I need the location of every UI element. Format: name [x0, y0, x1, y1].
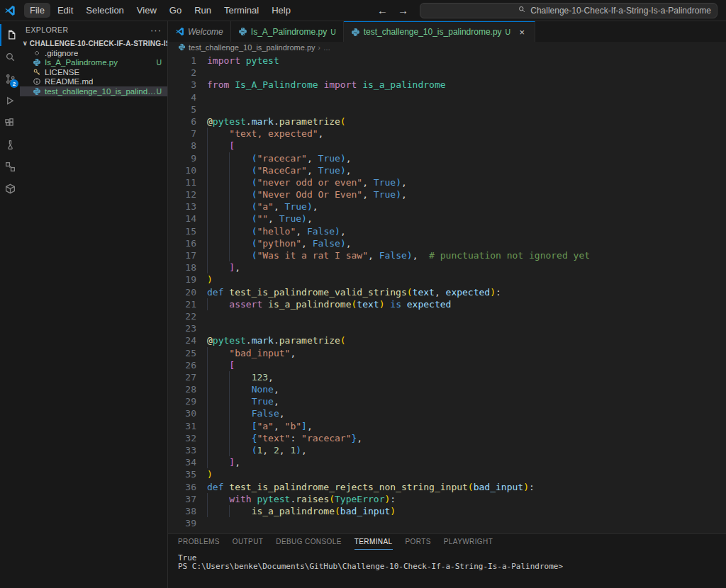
code-line-23[interactable]: 23 — [168, 322, 726, 334]
panel-tab-bar: PROBLEMSOUTPUTDEBUG CONSOLETERMINALPORTS… — [168, 534, 726, 550]
file-list: .gitignoreIs_A_Palindrome.pyULICENSEREAD… — [20, 48, 167, 96]
activitybar-explorer[interactable] — [0, 24, 20, 46]
activitybar-extensions[interactable] — [0, 112, 20, 134]
file-item-test_challenge_10_is_palindrome.py[interactable]: test_challenge_10_is_palindrome.pyU — [20, 86, 167, 96]
code-text: ("hello", False), — [196, 225, 346, 237]
code-line-38[interactable]: 38 is_a_palindrome(bad_input) — [168, 505, 726, 517]
code-line-30[interactable]: 30 False, — [168, 407, 726, 419]
activitybar-testing[interactable] — [0, 134, 20, 156]
activitybar-source-control[interactable]: 2 — [0, 68, 20, 90]
activitybar-run-debug[interactable] — [0, 90, 20, 112]
code-line-11[interactable]: 11 ("never odd or even", True), — [168, 176, 726, 188]
menu-view[interactable]: View — [131, 3, 162, 18]
explorer-title: EXPLORER — [26, 26, 68, 34]
panel-tab-ports[interactable]: PORTS — [406, 534, 431, 550]
menu-selection[interactable]: Selection — [80, 3, 129, 18]
tab-test-challenge-10-is-palindrome-py[interactable]: test_challenge_10_is_palindrome.pyU× — [344, 21, 535, 42]
code-line-25[interactable]: 25 "bad_input", — [168, 347, 726, 359]
code-line-14[interactable]: 14 ("", True), — [168, 213, 726, 225]
code-text — [196, 517, 207, 529]
code-line-21[interactable]: 21 assert is_a_palindrome(text) is expec… — [168, 298, 726, 310]
activitybar-search[interactable] — [0, 46, 20, 68]
code-line-10[interactable]: 10 ("RaceCar", True), — [168, 164, 726, 176]
panel-tab-output[interactable]: OUTPUT — [233, 534, 264, 550]
code-line-17[interactable]: 17 ("Was it a rat I saw", False), # punc… — [168, 249, 726, 261]
terminal-output[interactable]: TruePS C:\Users\benke\Documents\GitHub\C… — [168, 550, 726, 571]
file-item-.gitignore[interactable]: .gitignore — [20, 48, 167, 58]
search-text: Challenge-10-Check-If-a-String-Is-a-Pali… — [530, 6, 711, 16]
line-number: 37 — [168, 493, 196, 505]
code-line-28[interactable]: 28 None, — [168, 383, 726, 395]
tab-welcome[interactable]: Welcome — [168, 21, 231, 42]
code-line-29[interactable]: 29 True, — [168, 395, 726, 407]
file-item-README.md[interactable]: README.md — [20, 77, 167, 87]
panel-tab-playwright[interactable]: PLAYWRIGHT — [444, 534, 493, 550]
breadcrumb-file[interactable]: test_challenge_10_is_palindrome.py — [189, 43, 315, 52]
code-line-33[interactable]: 33 (1, 2, 1), — [168, 444, 726, 456]
code-line-16[interactable]: 16 ("python", False), — [168, 237, 726, 249]
search-input[interactable]: Challenge-10-Check-If-a-String-Is-a-Pali… — [420, 3, 717, 18]
code-line-9[interactable]: 9 ("racecar", True), — [168, 152, 726, 164]
menu-run[interactable]: Run — [189, 3, 217, 18]
menu-go[interactable]: Go — [164, 3, 187, 18]
activitybar-package[interactable] — [0, 178, 20, 200]
breadcrumb[interactable]: test_challenge_10_is_palindrome.py › … — [168, 42, 726, 53]
code-line-27[interactable]: 27 123, — [168, 371, 726, 383]
code-text: None, — [196, 383, 279, 395]
panel-tab-debug-console[interactable]: DEBUG CONSOLE — [276, 534, 341, 550]
nav-back-button[interactable]: ← — [377, 4, 388, 16]
explorer-section-header[interactable]: ∨ CHALLENGE-10-CHECK-IF-A-STRING-IS-A-PA… — [20, 38, 167, 48]
code-line-15[interactable]: 15 ("hello", False), — [168, 225, 726, 237]
panel-tab-terminal[interactable]: TERMINAL — [354, 534, 393, 550]
code-line-24[interactable]: 24@pytest.mark.parametrize( — [168, 334, 726, 346]
code-line-3[interactable]: 3from Is_A_Palindrome import is_a_palind… — [168, 79, 726, 91]
menu-help[interactable]: Help — [266, 3, 296, 18]
line-number: 14 — [168, 213, 196, 225]
gitignore-icon — [32, 48, 41, 57]
activitybar-references[interactable] — [0, 156, 20, 178]
explorer-section-label: CHALLENGE-10-CHECK-IF-A-STRING-IS-A-PALI… — [30, 40, 168, 47]
code-line-35[interactable]: 35) — [168, 468, 726, 480]
code-text: 123, — [196, 371, 274, 383]
close-icon[interactable]: × — [516, 27, 527, 38]
package-icon — [4, 183, 16, 195]
line-number: 32 — [168, 432, 196, 444]
menu-edit[interactable]: Edit — [52, 3, 79, 18]
code-line-8[interactable]: 8 [ — [168, 140, 726, 152]
code-line-22[interactable]: 22 — [168, 310, 726, 322]
code-line-7[interactable]: 7 "text, expected", — [168, 128, 726, 140]
line-number: 15 — [168, 225, 196, 237]
tab-is-a-palindrome-py[interactable]: Is_A_Palindrome.pyU — [231, 21, 344, 42]
code-line-36[interactable]: 36def test_is_palindrome_rejects_non_str… — [168, 481, 726, 493]
tab-label: Is_A_Palindrome.py — [251, 27, 327, 37]
code-line-18[interactable]: 18 ], — [168, 261, 726, 273]
menu-file[interactable]: File — [24, 3, 50, 18]
panel-tab-problems[interactable]: PROBLEMS — [178, 534, 220, 550]
line-number: 9 — [168, 152, 196, 164]
code-line-4[interactable]: 4 — [168, 91, 726, 103]
code-line-39[interactable]: 39 — [168, 517, 726, 529]
code-line-1[interactable]: 1import pytest — [168, 55, 726, 67]
code-line-12[interactable]: 12 ("Never Odd Or Even", True), — [168, 188, 726, 200]
code-line-20[interactable]: 20def test_is_palindrome_valid_strings(t… — [168, 286, 726, 298]
code-line-34[interactable]: 34 ], — [168, 456, 726, 468]
file-name: Is_A_Palindrome.py — [45, 58, 118, 67]
code-line-5[interactable]: 5 — [168, 103, 726, 115]
file-item-LICENSE[interactable]: LICENSE — [20, 67, 167, 77]
code-line-26[interactable]: 26 [ — [168, 359, 726, 371]
code-line-6[interactable]: 6@pytest.mark.parametrize( — [168, 115, 726, 128]
code-line-19[interactable]: 19) — [168, 273, 726, 285]
code-text: ], — [196, 261, 240, 273]
menu-terminal[interactable]: Terminal — [218, 3, 264, 18]
code-line-2[interactable]: 2 — [168, 67, 726, 79]
code-line-31[interactable]: 31 ["a", "b"], — [168, 420, 726, 432]
code-text: ], — [196, 456, 240, 468]
code-line-32[interactable]: 32 {"text": "racecar"}, — [168, 432, 726, 444]
explorer-more-actions-button[interactable]: ··· — [150, 25, 162, 35]
code-line-37[interactable]: 37 with pytest.raises(TypeError): — [168, 493, 726, 505]
file-item-Is_A_Palindrome.py[interactable]: Is_A_Palindrome.pyU — [20, 58, 167, 68]
code-text — [196, 91, 207, 103]
code-editor[interactable]: 1import pytest23from Is_A_Palindrome imp… — [168, 53, 726, 533]
code-line-13[interactable]: 13 ("a", True), — [168, 200, 726, 213]
nav-forward-button[interactable]: → — [398, 4, 408, 16]
